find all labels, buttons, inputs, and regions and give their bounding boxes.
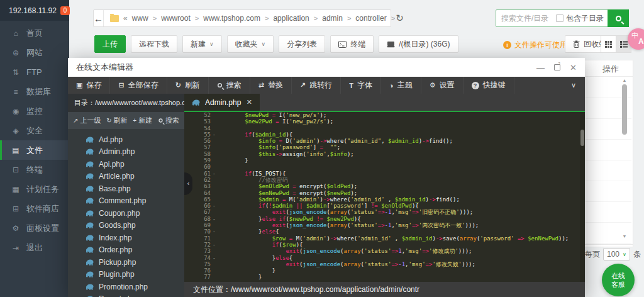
refresh-button[interactable]: ↻ [395,10,404,26]
search-button[interactable] [608,9,629,27]
terminal-button[interactable]: 终端 [330,35,374,53]
editor-tool-settings[interactable]: ⚙设置 [421,77,464,94]
editor-tool-font[interactable]: T字体 [341,77,381,94]
terminal-icon: ⊡ [11,165,20,174]
new-button[interactable]: 新建∨ [182,35,222,53]
editor-tool-refresh[interactable]: ↻刷新 [167,77,209,94]
search-input[interactable] [496,14,556,23]
editor-scrollbar-thumb[interactable] [580,130,584,146]
fold-marker-icon[interactable]: - [211,203,218,209]
file-item-Promotion.php[interactable]: Promotion.php [68,281,184,293]
sidebar-item-logout[interactable]: ⇥退出 [0,238,69,257]
editor-tool-save[interactable]: ▣保存 [68,77,110,94]
scroll-up-icon[interactable]: ▲ [621,78,628,83]
scrollbar-thumb[interactable] [622,84,627,135]
fold-spacer [211,112,218,118]
online-service-button[interactable]: 在线 客服 [602,264,635,296]
sidebar-item-database[interactable]: ≡数据库 [0,82,69,101]
panel-tool-search[interactable]: 搜索 [158,116,179,125]
share-list-button[interactable]: 分享列表 [279,35,325,53]
crumb-www[interactable]: www [132,14,148,23]
sidebar-item-cron[interactable]: ▦计划任务 [0,179,69,199]
fold-marker-icon[interactable]: - [211,216,218,222]
tab-close-icon[interactable]: ✕ [247,98,252,106]
file-item-Pickup.php[interactable]: Pickup.php [68,256,184,269]
fold-spacer [211,261,218,267]
sidebar-item-appstore[interactable]: ⊞软件商店 [0,199,69,218]
sidebar-item-security[interactable]: ◈安全 [0,121,69,140]
sidebar-item-monitor[interactable]: ◉监控 [0,101,69,121]
favorites-button[interactable]: 收藏夹∨ [227,35,274,53]
fold-marker-icon[interactable]: - [211,132,218,138]
panel-tool-new[interactable]: +新建 [133,116,152,125]
tool-label: 全部保存 [128,80,158,91]
language-toggle-button[interactable]: 中 A [628,28,644,50]
file-item-Admin.php[interactable]: Admin.php [68,146,184,159]
file-item-Ad.php[interactable]: Ad.php [68,133,184,146]
code-line-54: 54 [184,125,585,132]
file-item-Article.php[interactable]: Article.php [68,171,184,183]
maximize-icon[interactable] [554,64,560,70]
editor-scrollbar[interactable] [580,112,585,282]
per-page-select[interactable]: 100 ∨ [603,248,630,261]
fold-marker-icon[interactable]: - [211,242,218,248]
crumb-application[interactable]: application [273,14,309,23]
code-editor[interactable]: 52 $newPwd = I('new_pw/s');53 $new2Pwd =… [184,112,585,282]
fold-marker-icon[interactable]: - [211,171,218,177]
editor-tool-save-all[interactable]: ⊟全部保存 [110,77,167,94]
file-item-Base.php[interactable]: Base.php [68,182,184,195]
sidebar-item-files[interactable]: ▤文件 [0,140,69,160]
file-item-Order.php[interactable]: Order.php [68,244,184,257]
sidebar-item-panel-settings[interactable]: ⚙面板设置 [0,218,69,238]
sidebar-item-home[interactable]: ⌂首页 [0,23,69,43]
include-subdir-checkbox[interactable] [556,14,564,22]
modal-titlebar[interactable]: 在线文本编辑器 — ✕ [68,58,585,77]
sidebar-item-ftp[interactable]: ⇅FTP [0,62,69,82]
grid-view-button[interactable] [601,35,616,53]
table-scrollbar[interactable]: ▲ ▼ [621,78,628,239]
font-icon: T [349,82,353,89]
button-label: 上传 [103,39,118,50]
fold-spacer [211,196,218,203]
editor-tool-replace[interactable]: ⇄替换 [250,77,292,94]
close-icon[interactable]: ✕ [570,64,577,72]
root-disk-button[interactable]: /(根目录) (36G) [379,35,458,53]
sidebar-item-terminal[interactable]: ⊡终端 [0,160,69,179]
file-name: Promotion.php [99,283,148,291]
scroll-down-icon[interactable]: ▼ [621,234,628,239]
file-item-Index.php[interactable]: Index.php [68,232,184,244]
code-text: $this->assign('info',$info); [218,151,354,157]
lang-en: A [638,37,644,46]
editor-tool-goto-line[interactable]: ↗跳转行 [292,77,341,94]
minimize-icon[interactable]: — [536,64,545,72]
file-item-Plugin.php[interactable]: Plugin.php [68,269,184,281]
file-item-Report.php[interactable]: Report.php [68,293,184,297]
php-file-icon [86,137,94,143]
file-item-Api.php[interactable]: Api.php [68,158,184,171]
toolbar-expand-button[interactable]: ∨ [562,77,585,94]
crumb-controller[interactable]: controller [355,14,386,23]
line-number: 77 [184,274,211,280]
file-item-Coupon.php[interactable]: Coupon.php [68,207,184,220]
panel-tool-up-level[interactable]: ↗上一级 [73,116,101,125]
message-count-badge[interactable]: 0 [60,6,70,15]
fold-marker-icon[interactable]: - [211,228,218,235]
file-item-Goods.php[interactable]: Goods.php [68,220,184,232]
crumb-collapse[interactable]: « [123,14,128,23]
panel-tool-label: 新建 [138,116,152,125]
crumb-admin[interactable]: admin [322,14,343,23]
upload-button[interactable]: 上传 [94,35,126,53]
file-item-Comment.php[interactable]: Comment.php [68,195,184,208]
panel-tool-refresh[interactable]: ↻刷新 [106,116,127,125]
crumb-www.tpshop.com[interactable]: www.tpshop.com [203,14,260,23]
fold-marker-icon[interactable]: - [211,255,218,261]
editor-tool-search[interactable]: 搜索 [209,77,250,94]
editor-tool-hotkeys[interactable]: ?快捷键 [464,77,514,94]
sidebar-item-site[interactable]: ⊕网站 [0,43,69,62]
remote-download-button[interactable]: 远程下载 [131,35,177,53]
crumb-separator: > [314,14,318,22]
back-button[interactable]: ← [94,10,104,26]
editor-tool-theme[interactable]: ◑主题 [381,77,421,94]
tab-admin-php[interactable]: Admin.php ✕ [184,94,260,111]
crumb-wwwroot[interactable]: wwwroot [161,14,191,23]
